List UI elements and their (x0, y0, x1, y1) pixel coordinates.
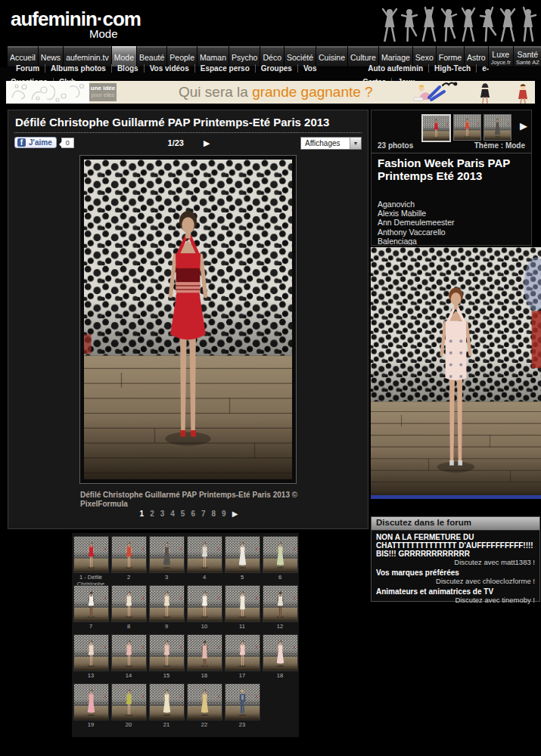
grid-cell: 1 - Défilé Christophe (72, 535, 110, 584)
grid-thumbnail-9[interactable] (149, 585, 185, 622)
une-idee-badge: une idée pour elles (89, 83, 117, 101)
badge-line1: une idée (89, 85, 117, 92)
subnav-item-auto-aufeminin[interactable]: Auto aufeminin (362, 64, 429, 73)
facebook-icon: f (17, 138, 26, 147)
designer-link-balenciaga[interactable]: Balenciaga (378, 237, 455, 246)
grid-thumbnail-7[interactable] (73, 585, 109, 622)
pagination: 123456789▶ (80, 506, 297, 519)
thumbnail-label: 20 (110, 722, 148, 729)
banner-question-gray: Qui sera la (179, 84, 248, 100)
forum-topic-title[interactable]: NON A LA FERMETURE DU CHATTTTTTTTTTTTTT … (376, 533, 535, 558)
grid-cell: 6 (261, 535, 299, 584)
page-title: Défilé Christophe Guillarmé PAP Printemp… (8, 110, 368, 132)
site-logo-section: Mode (89, 27, 118, 40)
thumbnail-label: 2 (110, 575, 148, 581)
grid-thumbnail-1[interactable] (73, 536, 109, 573)
forum-topic-link[interactable]: Discutez avec matt1383 ! (376, 559, 535, 566)
grid-thumbnail-10[interactable] (187, 585, 222, 622)
subnav-item-blogs[interactable]: Blogs (112, 64, 145, 73)
ad-banner[interactable]: une idée pour elles Qui sera la grande g… (6, 81, 535, 104)
page-link-7[interactable]: 7 (201, 510, 206, 518)
page-link-5[interactable]: 5 (181, 510, 185, 518)
next-photo-button[interactable]: ▶ (204, 138, 210, 147)
grid-thumbnail-17[interactable] (225, 634, 260, 671)
designer-link-anthony-vaccarello[interactable]: Anthony Vaccarello (378, 228, 455, 237)
grid-cell: 12 (261, 584, 299, 634)
like-count: 0 (61, 138, 74, 148)
subnav-item-high-tech[interactable]: High-Tech (429, 64, 477, 73)
grid-cell: 11 (223, 584, 261, 634)
grid-thumbnail-22[interactable] (187, 683, 222, 720)
grid-thumbnail-16[interactable] (187, 634, 222, 671)
theme-label: Thème : Mode (474, 141, 525, 150)
subnav-item-albums-photos[interactable]: Albums photos (45, 64, 112, 73)
designer-link-aganovich[interactable]: Aganovich (378, 200, 455, 209)
album-thumbnail-3[interactable] (483, 114, 511, 141)
subnav-item-forum[interactable]: Forum (11, 64, 45, 73)
page-link-9[interactable]: 9 (222, 510, 226, 518)
grid-thumbnail-6[interactable] (263, 536, 298, 573)
thumbnail-label: 18 (261, 673, 299, 680)
page-link-1[interactable]: 1 (140, 510, 145, 518)
subnav-item-vos-vid-os[interactable]: Vos vidéos (145, 64, 195, 73)
forum-topic-link[interactable]: Discutez avec chloeclozforme ! (376, 578, 535, 585)
grid-thumbnail-23[interactable] (225, 683, 260, 720)
grid-thumbnail-3[interactable] (149, 536, 185, 573)
page-link-2[interactable]: 2 (150, 510, 154, 518)
site-header: aufeminin·com Mode (0, 0, 541, 45)
page-link-4[interactable]: 4 (170, 510, 175, 518)
grid-cell: 15 (148, 634, 185, 683)
page-link-6[interactable]: 6 (191, 510, 195, 518)
thumbnail-label: 22 (185, 722, 223, 729)
site-logo[interactable]: aufeminin·com (11, 8, 141, 31)
grid-cell: 8 (110, 584, 148, 634)
grid-thumbnail-11[interactable] (225, 585, 260, 622)
grid-cell: 18 (261, 634, 299, 683)
grid-thumbnail-13[interactable] (73, 634, 109, 671)
grid-thumbnail-21[interactable] (149, 683, 185, 720)
forum-topic-title[interactable]: Animateurs et animatrices de TV (376, 587, 535, 596)
designer-link-alexis-mabille[interactable]: Alexis Mabille (378, 209, 455, 218)
forum-topic-link[interactable]: Discutez avec tinemoby ! (376, 596, 535, 604)
album-panel: ▶ 23 photos Thème : Mode Fashion Week Pa… (371, 110, 532, 246)
dotted-divider (14, 132, 362, 133)
grid-thumbnail-15[interactable] (149, 634, 185, 671)
grid-thumbnail-12[interactable] (263, 585, 298, 622)
grid-thumbnail-8[interactable] (111, 585, 147, 622)
album-title[interactable]: Fashion Week Paris PAP Printemps Eté 201… (378, 156, 528, 182)
subnav-item-espace-perso[interactable]: Espace perso (195, 64, 256, 73)
thumbnail-label: 15 (148, 673, 185, 680)
grid-thumbnail-18[interactable] (263, 634, 298, 671)
thumbnail-label: 3 (148, 575, 185, 581)
page-link-3[interactable]: 3 (160, 510, 165, 518)
album-thumbnail-1[interactable] (421, 114, 451, 142)
grid-thumbnail-5[interactable] (225, 536, 260, 573)
views-dropdown[interactable]: Affichages▼ (300, 137, 362, 150)
grid-thumbnail-4[interactable] (187, 536, 222, 573)
like-button[interactable]: fJ'aime (14, 137, 57, 148)
grid-thumbnail-2[interactable] (111, 536, 147, 573)
next-page-arrow[interactable]: ▶ (232, 510, 238, 518)
thumbnail-label: 8 (110, 624, 148, 631)
thumbnail-label: 21 (148, 722, 185, 729)
grid-cell: 10 (185, 584, 223, 634)
subnav-item-groupes[interactable]: Groupes (256, 64, 298, 73)
banner-question: Qui sera la grande gagnante ? (179, 84, 373, 101)
grid-thumbnail-20[interactable] (111, 683, 147, 720)
grid-cell: 17 (223, 634, 261, 683)
page: aufeminin·com Mode AccueilNewsaufeminin.… (0, 0, 541, 756)
grid-cell: 22 (185, 683, 223, 732)
illustrated-women-graphic (412, 81, 533, 104)
designer-link-ann-demeulemeester[interactable]: Ann Demeulemeester (378, 218, 455, 227)
slideshow-play-button[interactable]: ▶ (520, 120, 527, 132)
forum-topic-title[interactable]: Vos marques préférées (376, 569, 535, 577)
grid-cell: 13 (72, 634, 110, 683)
grid-thumbnail-19[interactable] (73, 683, 109, 720)
main-photo[interactable] (79, 155, 297, 484)
album-thumbnail-2[interactable] (453, 114, 481, 141)
album-photo[interactable] (371, 247, 541, 499)
page-link-8[interactable]: 8 (212, 510, 216, 518)
like-button-label: J'aime (29, 138, 52, 147)
grid-thumbnail-14[interactable] (111, 634, 147, 671)
album-meta-row: 23 photos Thème : Mode (378, 141, 525, 150)
